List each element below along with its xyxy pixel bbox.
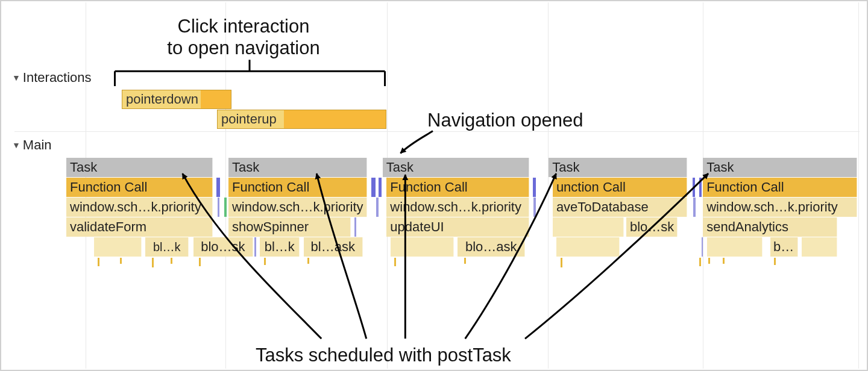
flame-row-3: validateForm showSpinner updateUI blo…sk… — [66, 217, 857, 237]
task-block[interactable]: Task — [66, 158, 213, 177]
interaction-label: pointerdown — [122, 90, 201, 108]
flame-block[interactable] — [94, 237, 142, 257]
task-block[interactable]: Task — [228, 158, 367, 177]
flame-block[interactable]: sendAnalytics — [703, 217, 837, 237]
flame-block[interactable]: aveToDatabase — [553, 198, 687, 217]
flame-block[interactable]: blo…ask — [458, 237, 525, 257]
flame-block[interactable]: window.sch…k.priority — [386, 198, 529, 217]
flame-block[interactable]: bl…k — [145, 237, 189, 257]
flame-block[interactable]: window.sch…k.priority — [703, 198, 857, 217]
interaction-pointerdown[interactable]: pointerdown — [122, 90, 231, 109]
disclosure-triangle-icon: ▼ — [12, 140, 20, 150]
flame-block[interactable] — [802, 237, 837, 257]
annotation-line: to open navigation — [135, 37, 352, 59]
disclosure-triangle-icon: ▼ — [12, 73, 20, 83]
function-call-block[interactable]: Function Call — [386, 178, 529, 197]
annotation-click-interaction: Click interaction to open navigation — [135, 16, 352, 59]
annotation-tasks-scheduled: Tasks scheduled with postTask — [256, 344, 511, 366]
interaction-pointerup[interactable]: pointerup — [217, 110, 386, 129]
flame-block[interactable] — [707, 237, 763, 257]
track-header-interactions[interactable]: ▼ Interactions — [12, 70, 92, 86]
function-call-block[interactable]: Function Call — [228, 178, 367, 197]
flame-block[interactable]: updateUI — [386, 217, 529, 237]
flame-block[interactable]: window.sch…k.priority — [228, 198, 367, 217]
flame-block[interactable]: validateForm — [66, 217, 213, 237]
flame-block[interactable] — [553, 217, 624, 237]
annotation-line: Click interaction — [135, 16, 352, 37]
flame-block[interactable]: window.sch…k.priority — [66, 198, 213, 217]
track-label-text: Interactions — [23, 70, 92, 86]
flame-block[interactable] — [391, 237, 454, 257]
flame-block[interactable] — [556, 237, 620, 257]
task-block[interactable]: Task — [383, 158, 529, 177]
function-call-block[interactable]: Function Call — [703, 178, 857, 197]
flame-row-function: Function Call Function Call Function Cal… — [66, 178, 857, 197]
flame-block[interactable]: showSpinner — [228, 217, 351, 237]
flame-ticks — [66, 258, 857, 271]
task-block[interactable]: Task — [549, 158, 687, 177]
task-block[interactable]: Task — [703, 158, 857, 177]
track-header-main[interactable]: ▼ Main — [12, 137, 52, 153]
track-label-text: Main — [23, 137, 52, 153]
function-call-block[interactable]: Function Call — [66, 178, 213, 197]
flame-block[interactable]: bl…k — [260, 237, 300, 257]
flame-row-4: bl…k blo…sk bl…k bl…ask blo…ask b… — [66, 237, 857, 257]
flame-block[interactable]: b… — [770, 237, 798, 257]
flame-block[interactable]: blo…sk — [626, 217, 678, 237]
function-call-block[interactable]: unction Call — [553, 178, 687, 197]
flame-block[interactable]: bl…ask — [304, 237, 363, 257]
perf-panel-diagram: Click interaction to open navigation Nav… — [2, 2, 866, 369]
annotation-navigation-opened: Navigation opened — [427, 110, 583, 131]
flame-block[interactable]: blo…sk — [193, 237, 253, 257]
interaction-label: pointerup — [218, 110, 284, 128]
flame-row-task: Task Task Task Task Task — [66, 158, 857, 177]
flame-row-2: window.sch…k.priority window.sch…k.prior… — [66, 198, 857, 217]
